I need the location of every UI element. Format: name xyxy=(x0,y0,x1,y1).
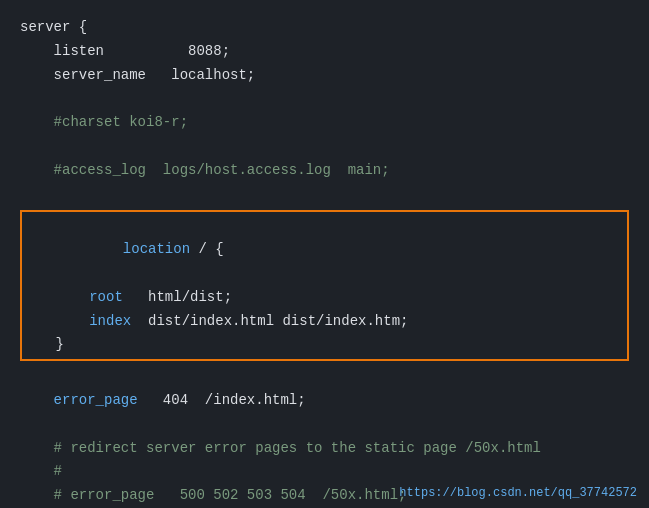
code-text: listen 8088; xyxy=(20,40,230,64)
line-comment1: # redirect server error pages to the sta… xyxy=(20,437,629,461)
code-text: server_name localhost; xyxy=(20,64,255,88)
line-location-open: location / { xyxy=(22,214,627,285)
highlighted-section: location / { root html/dist; index dist/… xyxy=(20,210,629,361)
line-charset: #charset koi8-r; xyxy=(20,111,629,135)
line-blank4 xyxy=(20,365,629,389)
line-server-name: server_name localhost; xyxy=(20,64,629,88)
code-text: #charset koi8-r; xyxy=(20,111,188,135)
code-text: # error_page 500 502 503 504 /50x.html; xyxy=(20,484,406,508)
line-blank2 xyxy=(20,135,629,159)
source-link[interactable]: https://blog.csdn.net/qq_37742572 xyxy=(399,486,637,500)
code-text: index dist/index.html dist/index.htm; xyxy=(22,310,408,334)
line-blank3 xyxy=(20,183,629,207)
code-text: error_page 404 /index.html; xyxy=(20,389,306,413)
code-text: #access_log logs/host.access.log main; xyxy=(20,159,390,183)
line-error-page: error_page 404 /index.html; xyxy=(20,389,629,413)
code-text: } xyxy=(22,333,64,357)
code-text: location / { xyxy=(22,214,224,285)
code-text: # redirect server error pages to the sta… xyxy=(20,437,541,461)
line-listen: listen 8088; xyxy=(20,40,629,64)
code-text: root html/dist; xyxy=(22,286,232,310)
line-comment2: # xyxy=(20,460,629,484)
line-location-close: } xyxy=(22,333,627,357)
code-text: server { xyxy=(20,16,87,40)
line-index: index dist/index.html dist/index.htm; xyxy=(22,310,627,334)
line-server-open: server { xyxy=(20,16,629,40)
line-blank5 xyxy=(20,413,629,437)
line-blank1 xyxy=(20,87,629,111)
code-text: # xyxy=(20,460,62,484)
line-root: root html/dist; xyxy=(22,286,627,310)
line-access-log: #access_log logs/host.access.log main; xyxy=(20,159,629,183)
code-block: server { listen 8088; server_name localh… xyxy=(0,0,649,508)
